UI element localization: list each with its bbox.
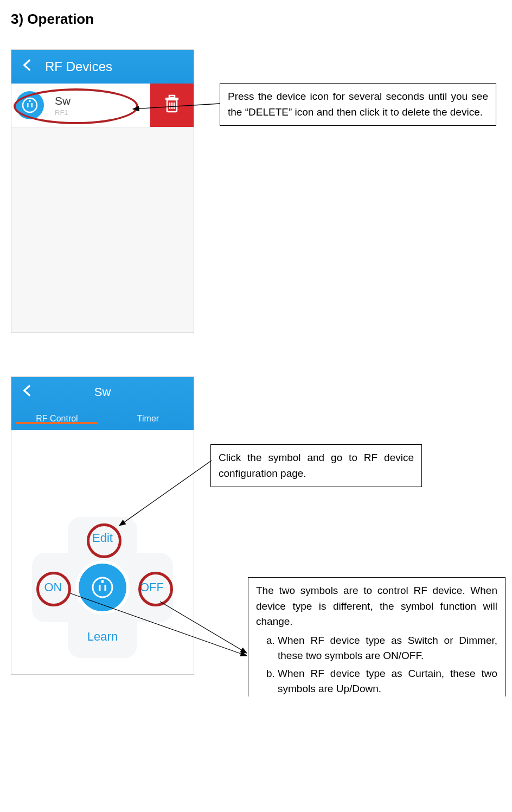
center-socket-icon[interactable] [79, 564, 126, 611]
trash-icon [162, 93, 182, 117]
header-title: RF Devices [45, 59, 112, 74]
svg-rect-9 [169, 95, 175, 98]
section-heading: 3) Operation [11, 11, 501, 28]
tab-timer[interactable]: Timer [103, 414, 194, 424]
highlight-circle-edit [87, 523, 121, 558]
svg-rect-14 [101, 580, 104, 583]
app-header: RF Devices [11, 50, 194, 84]
back-icon[interactable] [20, 383, 45, 401]
highlight-circle-off [138, 572, 173, 606]
back-icon[interactable] [20, 58, 45, 75]
callout-delete: Press the device icon for several second… [220, 83, 496, 126]
phone-screenshot-1: RF Devices Sw RF1 [11, 49, 194, 333]
app-header-2: Sw RF Control Timer [11, 377, 194, 430]
tab-rf-control[interactable]: RF Control [11, 414, 103, 424]
callout-intro: The two symbols are to control RF device… [256, 583, 497, 630]
callout-item-b: When RF device type as Curtain, these tw… [278, 666, 497, 697]
callout-configure: Click the symbol and go to RF device con… [210, 444, 422, 487]
svg-rect-12 [99, 585, 101, 591]
delete-button[interactable] [150, 84, 194, 127]
callout-on-off: The two symbols are to control RF device… [248, 577, 505, 696]
svg-rect-13 [105, 585, 107, 591]
callout-item-a: When RF device type as Switch or Dimmer,… [278, 633, 497, 664]
highlight-oval [14, 88, 138, 124]
highlight-circle-on [36, 572, 71, 606]
phone-screenshot-2: Sw RF Control Timer Edit ON OFF Learn [11, 376, 194, 675]
